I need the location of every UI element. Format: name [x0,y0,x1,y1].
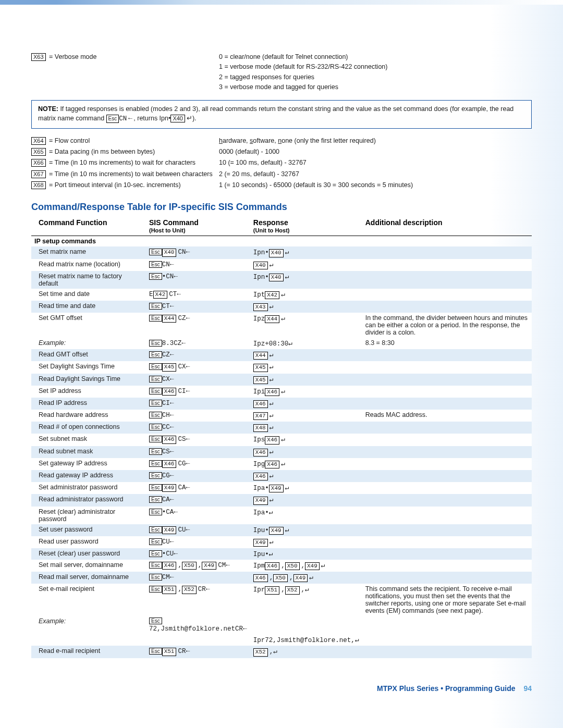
enter-icon [270,352,274,359]
cell-response: Ipn•X40 [250,246,362,258]
note-cmd: CN [119,115,127,122]
cmd-text: , [178,562,182,569]
cmd-text: CA [178,484,186,491]
table-row: Read hardware addressEscCHX47Reads MAC a… [31,410,532,422]
cell-sis-command: EscCM [146,572,250,584]
esc-key-icon: Esc [149,303,162,310]
cmd-text: Ipr [253,586,265,594]
enter-icon [269,551,273,558]
enter-icon [285,485,289,492]
table-row: Reset matrix name to factory defaultEsc•… [31,271,532,289]
table-row: Example:Esc72,Jsmith@folklore.netCR [31,616,532,634]
cell-response: IptX42 [250,289,362,301]
enter-icon [321,562,325,570]
cell-sis-command: EscCZ [146,349,250,361]
cell-response: Ipz+08:30 [250,338,362,349]
cell-response: X46,X50,X49 [250,572,362,584]
note-suffix: ). [192,115,197,122]
esc-key-icon: Esc [149,460,162,467]
cell-response: IpiX46 [250,386,362,398]
cell-response: X49 [250,536,362,548]
x-variable-box: X46 [265,562,279,570]
enter-icon [281,291,285,299]
cell-sis-command: EscCU [146,536,250,548]
footer-title: MTPX Plus Series • Programming Guide [377,684,516,693]
table-row: Read matrix name (location)EscCNX40 [31,259,532,271]
header-sis-command: SIS Command [149,218,199,227]
cmd-text: CN [178,249,186,256]
x-variable-box: X46 [162,460,177,468]
cell-description: 8.3 = 8:30 [362,338,532,349]
left-arrow-icon [226,562,230,569]
enter-icon [270,539,274,546]
cell-sis-command: EscX51CR [146,646,250,658]
table-row: Set user passwordEscX49CUIpu•X49 [31,524,532,536]
x-variable-box: X46 [253,449,268,456]
table-row: Set GMT offsetEscX44CZIpzX44In the comma… [31,313,532,338]
page-footer: MTPX Plus Series • Programming Guide 94 [31,684,532,693]
cmd-text: CZ [162,351,170,359]
enter-icon [273,648,277,656]
enter-icon [270,412,274,419]
left-arrow-icon [186,436,190,443]
cell-description [362,572,532,584]
left-arrow-icon [170,303,174,310]
table-header-row: Command Function SIS Command(Host to Uni… [31,217,532,236]
cell-function: Set Daylight Savings Time [31,361,146,373]
group-header: IP setup commands [31,236,532,247]
cell-response: X49 [250,494,362,506]
cell-description [362,301,532,313]
enter-icon [270,376,274,384]
var-right-x63-2: 2 = tagged responses for queries [219,72,532,82]
esc-key-icon: Esc [149,496,162,503]
cell-function: Example: [31,616,146,634]
cell-sis-command: EscCI [146,398,250,410]
cell-sis-command: EscCA [146,494,250,506]
x-variable-box: X46 [253,574,268,582]
enter-icon [270,449,274,456]
x-variable-box: X45 [253,364,268,372]
cmd-text: Ipa• [253,485,269,492]
cell-sis-command: EscX46CI [146,386,250,398]
cell-function: Set e-mail recipient [31,584,146,616]
cmd-text: CR [178,648,186,655]
esc-key-icon: Esc [149,436,162,442]
esc-key-icon: Esc [149,376,162,382]
header-response-sub: (Unit to Host) [253,227,359,233]
cell-description [362,507,532,524]
cmd-text: , [198,562,202,569]
x-variable-box: X49 [269,485,284,492]
x-variable-box: X42 [265,291,279,299]
esc-key-icon: Esc [149,412,162,418]
left-arrow-icon [170,376,174,383]
cell-sis-command: EscX44CZ [146,313,250,338]
table-row: Read mail server, domainnameEscCMX46,X50… [31,572,532,584]
cell-sis-command: Esc•CA [146,507,250,524]
cell-sis-command: EscCH [146,410,250,422]
cmd-text: Ipt [253,291,265,299]
left-arrow-icon [170,574,174,581]
cmd-text: 72,Jsmith@folklore.netCR [149,625,243,633]
var-code: X67 [31,170,46,178]
cmd-text: •CN [162,273,174,280]
left-arrow-icon [170,400,174,407]
left-arrow-icon [186,460,190,467]
left-arrow-icon [206,586,210,593]
enter-icon [269,509,273,516]
left-arrow-icon [186,363,190,371]
x-variable-box: X49 [253,539,268,547]
cmd-text: CT [169,291,177,298]
x-variable-box: X40 [253,262,268,269]
cmd-text: CH [162,412,170,419]
cmd-text: CU [162,538,170,546]
table-row: Reset (clear) user passwordEsc•CUIpu• [31,548,532,560]
cell-sis-command: EscX51,X52CR [146,584,250,616]
cell-description [362,446,532,458]
cell-description [362,349,532,361]
left-arrow-icon [186,526,190,534]
x-variable-box: X46 [253,473,268,480]
cell-description [362,494,532,506]
table-row: Read gateway IP addressEscCGX46 [31,470,532,482]
cell-function: Read subnet mask [31,446,146,458]
cmd-text: , [178,586,182,593]
